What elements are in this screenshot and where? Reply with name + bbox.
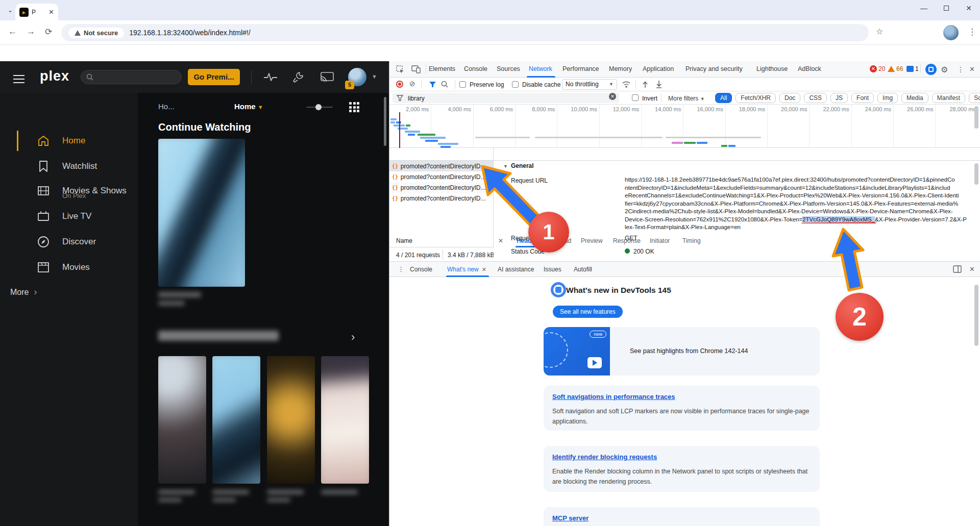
sidebar-item-home[interactable]: Home (0, 129, 138, 153)
sidebar-item-live-tv[interactable]: Live TV (0, 204, 138, 229)
drawer-tab-whats-new[interactable]: What's new✕ (447, 266, 486, 273)
import-har-icon[interactable] (642, 80, 649, 88)
cast-icon[interactable] (321, 72, 334, 82)
filter-input[interactable] (393, 93, 619, 103)
name-column-header[interactable]: Name (396, 237, 412, 244)
chip-doc[interactable]: Doc (779, 93, 800, 103)
request-url-value[interactable]: https://192-168-1-18.2eeb389771be4dc9ae5… (625, 176, 980, 232)
tab-preview[interactable]: Preview (581, 237, 603, 244)
drawer-close-icon[interactable]: ✕ (969, 265, 975, 273)
article-link[interactable]: Soft navigations in performance traces (552, 393, 675, 400)
tab-network[interactable]: Network (529, 65, 552, 72)
split-panel-icon[interactable] (953, 265, 962, 273)
chip-all[interactable]: All (715, 93, 732, 103)
devtools-close-icon[interactable]: ✕ (969, 65, 975, 73)
close-details-icon[interactable]: ✕ (498, 237, 503, 244)
headers-scrollbar[interactable] (974, 163, 978, 185)
poster-blurred[interactable] (321, 356, 369, 484)
dock-promo-icon[interactable] (925, 64, 937, 75)
hamburger-menu-icon[interactable] (13, 72, 24, 86)
tab-lighthouse[interactable]: Lighthouse (756, 65, 788, 72)
see-all-features-button[interactable]: See all new features (553, 306, 623, 318)
search-icon[interactable] (441, 81, 448, 88)
clear-icon[interactable]: ⊘ (409, 80, 415, 88)
tab-elements[interactable]: Elements (429, 65, 455, 72)
poster-blurred[interactable] (212, 356, 260, 484)
network-conditions-icon[interactable] (622, 80, 631, 88)
chip-css[interactable]: CSS (804, 93, 827, 103)
slider-knob[interactable] (315, 104, 322, 110)
highlight-thumbnail[interactable]: new (544, 327, 610, 375)
tab-sources[interactable]: Sources (497, 65, 520, 72)
plex-logo[interactable]: plex (40, 68, 69, 84)
tab-performance[interactable]: Performance (562, 65, 599, 72)
address-bar[interactable]: Not secure 192.168.1.18:32400/web/index.… (61, 24, 869, 41)
tab-privacy[interactable]: Privacy and security (685, 65, 743, 72)
wrench-icon[interactable] (292, 71, 304, 83)
tab-close-icon[interactable]: ✕ (48, 8, 54, 16)
chip-font[interactable]: Font (851, 93, 874, 103)
window-close-button[interactable]: ✕ (958, 0, 980, 17)
export-har-icon[interactable] (655, 80, 663, 88)
grid-view-icon[interactable] (349, 102, 360, 113)
window-minimize-button[interactable]: — (913, 0, 935, 17)
tab-memory[interactable]: Memory (609, 65, 632, 72)
library-dropdown[interactable]: Home▼ (234, 102, 263, 111)
browser-menu-icon[interactable]: ⋮ (968, 27, 976, 37)
play-icon[interactable] (587, 357, 602, 368)
window-maximize-button[interactable] (935, 0, 958, 17)
devtools-menu-icon[interactable]: ⋮ (957, 65, 964, 73)
sidebar-item-movies[interactable]: Movies (0, 255, 138, 280)
network-scrollbar[interactable] (974, 106, 978, 129)
tab-timing[interactable]: Timing (682, 237, 701, 244)
carousel-next-icon[interactable]: › (351, 331, 355, 344)
drawer-tab-issues[interactable]: Issues (544, 266, 561, 273)
request-row-selected[interactable]: { }promoted?contentDirectoryID... (389, 161, 493, 171)
browser-avatar[interactable] (943, 25, 959, 40)
tab-application[interactable]: Application (643, 65, 674, 72)
poster-large-blurred[interactable] (158, 139, 245, 287)
plex-search-input[interactable] (81, 70, 182, 84)
tab-initiator[interactable]: Initiator (650, 237, 670, 244)
forward-button[interactable]: → (27, 27, 35, 37)
tab-console[interactable]: Console (464, 65, 487, 72)
drawer-tab-ai-assistance[interactable]: AI assistance (498, 266, 534, 273)
clear-filter-icon[interactable]: ✕ (609, 93, 616, 100)
account-chevron-down-icon[interactable]: ▼ (372, 73, 377, 80)
poster-blurred[interactable] (158, 356, 206, 484)
reload-button[interactable]: ⟳ (45, 27, 52, 37)
disable-cache-checkbox[interactable] (512, 81, 519, 88)
issues-badge[interactable]: 1 (906, 65, 919, 72)
sidebar-item-discover[interactable]: Discover (0, 230, 138, 254)
chip-img[interactable]: Img (877, 93, 898, 103)
plex-token-highlight[interactable]: 2TVcGJoQ89Y9wA8oxMS_ (802, 216, 875, 222)
plex-scrollbar[interactable] (384, 97, 386, 146)
more-filters-dropdown[interactable]: More filters ▼ (668, 95, 705, 102)
close-tab-icon[interactable]: ✕ (482, 266, 486, 272)
general-section-header[interactable]: ▼General (503, 162, 534, 169)
drawer-menu-icon[interactable]: ⋮ (398, 265, 404, 273)
preserve-log-checkbox[interactable] (459, 81, 466, 88)
highlights-card[interactable]: new See past highlights from Chrome 142-… (544, 327, 820, 375)
error-badge[interactable]: ✕20 (870, 65, 885, 72)
invert-checkbox[interactable] (632, 94, 639, 101)
chip-js[interactable]: JS (830, 93, 848, 103)
record-button[interactable] (396, 81, 403, 88)
poster-size-slider[interactable] (306, 107, 333, 108)
warning-badge[interactable]: 66 (888, 65, 903, 72)
chip-fetch-xhr[interactable]: Fetch/XHR (736, 93, 776, 103)
not-secure-chip[interactable]: Not secure (68, 28, 124, 38)
request-row[interactable]: { }promoted?contentDirectoryID... (389, 171, 493, 182)
device-toolbar-icon[interactable] (411, 65, 421, 73)
go-premium-button[interactable]: Go Premi... (188, 69, 240, 85)
back-button[interactable]: ← (8, 27, 17, 37)
drawer-tab-autofill[interactable]: Autofill (574, 266, 592, 273)
settings-gear-icon[interactable]: ⚙ (941, 65, 948, 74)
throttling-select[interactable]: No throttling▼ (562, 79, 617, 90)
article-link[interactable]: Identify render blocking requests (552, 453, 657, 461)
bookmark-star-icon[interactable]: ☆ (876, 27, 883, 36)
filter-funnel-icon[interactable] (429, 81, 436, 88)
article-link[interactable]: MCP server (552, 514, 589, 522)
poster-blurred[interactable] (267, 356, 315, 484)
inspect-element-icon[interactable] (396, 65, 405, 74)
